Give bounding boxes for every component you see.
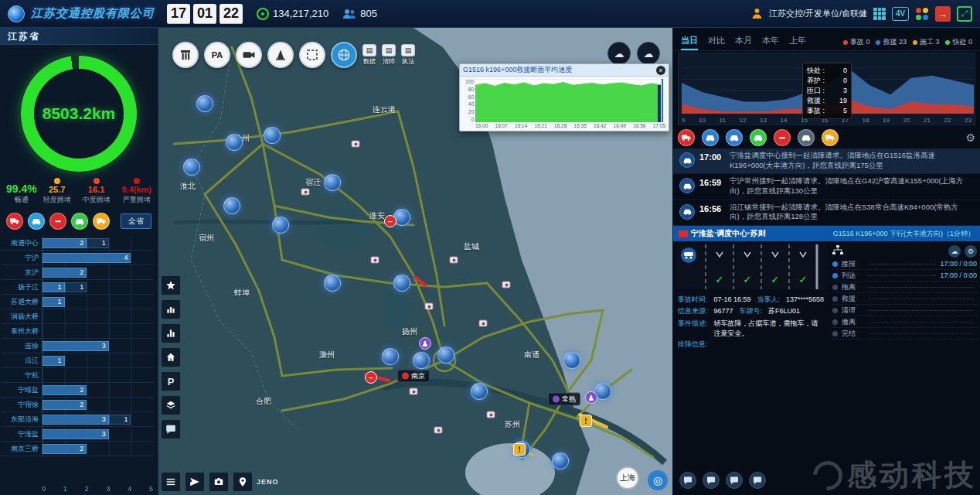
- tab-本年[interactable]: 本年: [762, 35, 779, 50]
- radar-icon[interactable]: ☁: [607, 42, 631, 65]
- event-row[interactable]: 16:56沿江锡常接到一起清障请求。清障地点在S38常合高速K84+000(常熟…: [673, 200, 980, 226]
- corridor-row[interactable]: 南京三桥2: [2, 442, 153, 456]
- tab-本月[interactable]: 本月: [735, 35, 752, 50]
- cluster-marker[interactable]: [552, 452, 569, 469]
- cluster-marker[interactable]: [223, 197, 240, 214]
- timeline-step[interactable]: 拖离: [832, 282, 977, 293]
- cluster-marker[interactable]: [226, 134, 243, 151]
- cluster-marker[interactable]: [183, 159, 200, 176]
- event-row[interactable]: 16:59宁沪常州接到一起清障请求。清障地点在G42沪蓉高速K155+000(上…: [673, 174, 980, 200]
- palette-icon[interactable]: [915, 7, 929, 21]
- stats-button[interactable]: [161, 323, 181, 343]
- map-pill-label[interactable]: 常熟: [548, 393, 580, 406]
- cluster-marker[interactable]: [471, 383, 488, 400]
- person-marker[interactable]: ♟: [419, 337, 431, 350]
- car-filter-icon[interactable]: [28, 213, 45, 230]
- timeline-step[interactable]: 到达17:00 / 0:00: [832, 270, 977, 282]
- minus-filter-icon[interactable]: [774, 129, 791, 146]
- corridor-row[interactable]: 宁宿徐2: [2, 398, 153, 412]
- camera-marker[interactable]: [502, 282, 511, 288]
- camera-marker[interactable]: [425, 303, 434, 310]
- map-pill-label[interactable]: 南京: [397, 370, 430, 383]
- gear-icon[interactable]: ⚙: [965, 131, 975, 144]
- incident-marker[interactable]: –: [365, 371, 377, 384]
- broadcast-icon[interactable]: [749, 472, 766, 489]
- truck-filter-icon[interactable]: [678, 129, 695, 146]
- camera-marker[interactable]: [450, 257, 458, 264]
- cluster-marker[interactable]: [413, 352, 430, 369]
- favorites-button[interactable]: [161, 275, 181, 295]
- event-row[interactable]: 17:00宁淮盐调度中心接到一起清障请求。清障地点在G1516盐洛高速K196+…: [673, 148, 980, 174]
- timeline-step[interactable]: 清理: [832, 305, 977, 316]
- marker-button[interactable]: [233, 472, 253, 492]
- share-button[interactable]: [185, 472, 205, 492]
- settings-icon[interactable]: ⚙: [965, 245, 977, 258]
- tab-当日[interactable]: 当日: [681, 35, 698, 50]
- car-filter-icon[interactable]: [71, 213, 88, 230]
- layers-button[interactable]: [161, 395, 181, 415]
- corridor-row[interactable]: 扬子江11: [2, 280, 153, 295]
- corridor-row[interactable]: 宁靖盐2: [2, 383, 153, 398]
- camera-marker[interactable]: [434, 427, 443, 434]
- corridor-row[interactable]: 宁杭: [2, 368, 153, 383]
- corridor-row[interactable]: 宁淮盐3: [2, 427, 153, 442]
- home-button[interactable]: [161, 347, 181, 367]
- person-marker[interactable]: ♟: [585, 391, 597, 404]
- truck-filter-icon[interactable]: [93, 213, 110, 230]
- truck-filter-icon[interactable]: [6, 213, 23, 230]
- timeline-step[interactable]: 救援: [832, 293, 977, 305]
- cloud-map-icon[interactable]: ☁: [637, 42, 660, 65]
- timeline-step[interactable]: 接报17:00 / 0:00: [832, 258, 977, 270]
- warning-marker[interactable]: !: [513, 443, 526, 456]
- province-filter-button[interactable]: 全省: [121, 213, 151, 229]
- cluster-marker[interactable]: [272, 217, 289, 234]
- fullscreen-icon[interactable]: ⤢: [957, 6, 972, 22]
- timeline-step[interactable]: 完结: [832, 328, 977, 340]
- car-filter-icon[interactable]: [726, 129, 743, 146]
- tab-上年[interactable]: 上年: [789, 35, 806, 50]
- toll-station-button[interactable]: [172, 42, 199, 68]
- corridor-row[interactable]: 东部沿海31: [2, 412, 153, 427]
- service-area-button[interactable]: PA: [204, 42, 230, 68]
- weather-layer-button[interactable]: [331, 42, 357, 68]
- map-canvas[interactable]: 淮北宿州徐州宿迁连云港淮安盐城蚌埠滁州合肥扬州南通苏州南京常熟 ––!!♟♟ P…: [158, 28, 672, 495]
- chart-button[interactable]: [161, 299, 181, 319]
- parking-button[interactable]: P: [161, 371, 181, 391]
- region-button[interactable]: [299, 42, 325, 68]
- corridor-row[interactable]: 泰州大桥: [2, 324, 153, 339]
- message-icon[interactable]: [679, 472, 696, 489]
- cloud-icon[interactable]: ☁: [948, 245, 961, 258]
- camera-marker[interactable]: [487, 411, 495, 418]
- camera-marker[interactable]: [301, 189, 310, 196]
- snapshot-button[interactable]: [209, 472, 229, 492]
- car-filter-icon[interactable]: [702, 129, 719, 146]
- cluster-marker[interactable]: [563, 352, 580, 369]
- cluster-marker[interactable]: [196, 95, 213, 112]
- message-button[interactable]: [161, 419, 181, 439]
- clear-button[interactable]: ▤清障: [382, 44, 396, 66]
- locate-button[interactable]: ◎: [648, 470, 668, 490]
- camera-marker[interactable]: [371, 257, 379, 264]
- corridor-row[interactable]: 沿江1: [2, 353, 153, 368]
- corridor-row[interactable]: 京沪2: [2, 265, 153, 280]
- car-filter-icon[interactable]: [750, 129, 767, 146]
- corridor-row[interactable]: 南通中心21: [2, 236, 153, 251]
- camera-marker[interactable]: [410, 388, 418, 395]
- logout-icon[interactable]: →: [935, 6, 951, 22]
- construction-button[interactable]: [267, 42, 294, 68]
- chat-icon[interactable]: [726, 472, 743, 489]
- cluster-marker[interactable]: [393, 275, 410, 292]
- cluster-marker[interactable]: [264, 127, 281, 144]
- data-button[interactable]: ▤数据: [362, 44, 376, 66]
- corridor-row[interactable]: 连徐3: [2, 339, 153, 353]
- incident-header-bar[interactable]: 宁淮盐·调度中心·苏则 G1516 K196+000 下行(大丰港方向)（1分钟…: [673, 226, 980, 241]
- corridor-row[interactable]: 宁沪4: [2, 251, 153, 265]
- corridor-row[interactable]: 苏通大桥1: [2, 295, 153, 309]
- cluster-marker[interactable]: [437, 346, 454, 364]
- camera-marker[interactable]: [479, 320, 488, 327]
- 4v-badge[interactable]: 4V: [892, 7, 909, 21]
- apps-grid-icon[interactable]: [873, 8, 886, 20]
- menu-button[interactable]: [161, 472, 181, 492]
- corridor-row[interactable]: 润扬大桥: [2, 309, 153, 324]
- enforce-button[interactable]: ▤执法: [401, 44, 415, 66]
